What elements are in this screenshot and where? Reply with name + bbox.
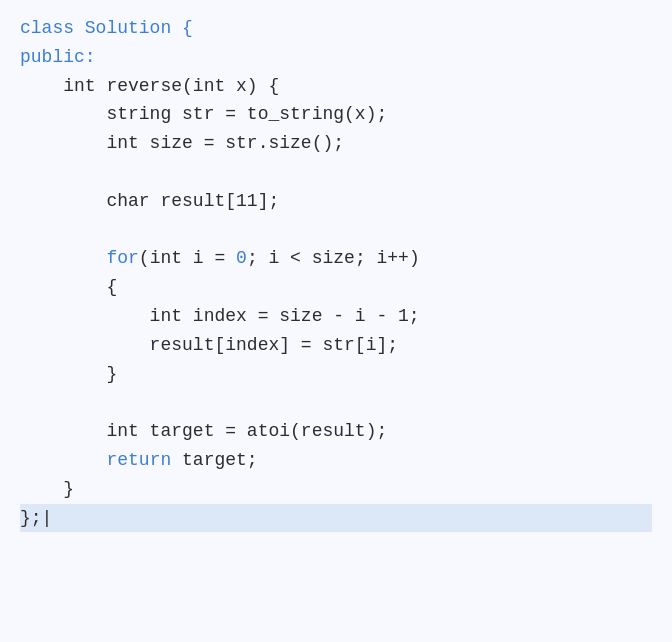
code-token: target; — [171, 450, 257, 470]
code-line: string str = to_string(x); — [20, 100, 652, 129]
code-token: result[index] = str[i]; — [20, 335, 398, 355]
code-line: char result[11]; — [20, 187, 652, 216]
code-line: public: — [20, 43, 652, 72]
code-line: for(int i = 0; i < size; i++) — [20, 244, 652, 273]
code-token: int size = str.size(); — [20, 133, 344, 153]
code-line: class Solution { — [20, 14, 652, 43]
code-line: int target = atoi(result); — [20, 417, 652, 446]
code-token: int reverse(int x) { — [20, 76, 279, 96]
code-token: };| — [20, 504, 652, 533]
code-token: int — [150, 248, 182, 268]
code-token: class Solution { — [20, 18, 193, 38]
code-token: ; i < size; i++) — [247, 248, 420, 268]
code-token: public: — [20, 47, 96, 67]
code-line: };| — [20, 504, 652, 533]
code-token: } — [20, 364, 117, 384]
code-token — [20, 248, 106, 268]
code-token: return — [106, 450, 171, 470]
code-token: char result[11]; — [20, 191, 279, 211]
code-line: return target; — [20, 446, 652, 475]
code-line: int size = str.size(); — [20, 129, 652, 158]
code-line: result[index] = str[i]; — [20, 331, 652, 360]
code-token — [20, 450, 106, 470]
code-editor: class Solution {public: int reverse(int … — [0, 0, 672, 642]
code-token: ( — [139, 248, 150, 268]
code-line — [20, 158, 652, 187]
code-token: string str = to_string(x); — [20, 104, 387, 124]
code-line: } — [20, 360, 652, 389]
code-line: int index = size - i - 1; — [20, 302, 652, 331]
code-line — [20, 216, 652, 245]
code-token: for — [106, 248, 138, 268]
code-block: class Solution {public: int reverse(int … — [20, 14, 652, 532]
code-token: 0 — [236, 248, 247, 268]
code-line — [20, 388, 652, 417]
code-token: int target = atoi(result); — [20, 421, 387, 441]
code-token: int index = size - i - 1; — [20, 306, 420, 326]
code-line: int reverse(int x) { — [20, 72, 652, 101]
code-line: } — [20, 475, 652, 504]
code-line: { — [20, 273, 652, 302]
code-token: { — [20, 277, 117, 297]
code-token: i = — [182, 248, 236, 268]
code-token: } — [20, 479, 74, 499]
